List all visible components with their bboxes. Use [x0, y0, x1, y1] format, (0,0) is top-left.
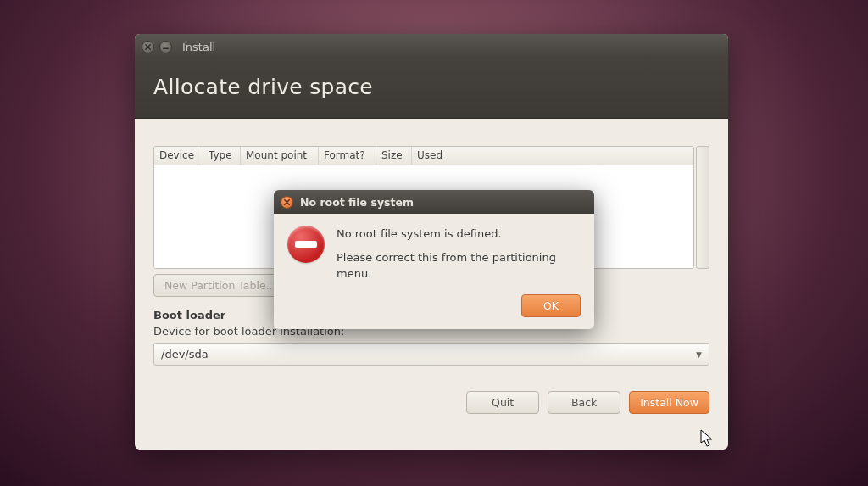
column-size[interactable]: Size — [376, 147, 412, 165]
column-device[interactable]: Device — [154, 147, 203, 165]
column-type[interactable]: Type — [203, 147, 241, 165]
dialog-line1: No root file system is defined. — [337, 226, 581, 243]
footer: Quit Back Install Now — [135, 377, 728, 427]
quit-button[interactable]: Quit — [466, 391, 539, 414]
error-dialog: No root file system No root file system … — [274, 190, 594, 329]
window-title: Install — [182, 41, 215, 53]
dialog-titlebar[interactable]: No root file system — [274, 190, 594, 214]
page-title: Allocate drive space — [153, 75, 709, 99]
ok-button[interactable]: OK — [521, 294, 581, 317]
bootloader-device-select[interactable]: /dev/sda ▼ — [153, 343, 709, 366]
minimize-window-button[interactable] — [159, 41, 172, 53]
new-partition-table-button[interactable]: New Partition Table... — [153, 274, 287, 297]
column-used[interactable]: Used — [412, 147, 693, 165]
dialog-close-button[interactable] — [281, 196, 293, 209]
close-window-button[interactable] — [142, 41, 154, 53]
back-button[interactable]: Back — [548, 391, 620, 414]
bootloader-selected-value: /dev/sda — [161, 348, 209, 360]
partition-table-header: Device Type Mount point Format? Size Use… — [154, 147, 693, 165]
column-format[interactable]: Format? — [319, 147, 376, 165]
close-icon — [144, 43, 152, 51]
error-icon — [287, 226, 325, 263]
install-now-button[interactable]: Install Now — [629, 391, 709, 414]
titlebar[interactable]: Install — [135, 34, 728, 59]
close-icon — [283, 198, 291, 206]
header: Allocate drive space — [135, 59, 728, 119]
vertical-scrollbar[interactable] — [696, 146, 709, 269]
dialog-message: No root file system is defined. Please c… — [337, 226, 581, 282]
column-mountpoint[interactable]: Mount point — [241, 147, 319, 165]
dialog-title: No root file system — [300, 196, 414, 209]
chevron-down-icon: ▼ — [696, 350, 702, 359]
minimize-icon — [162, 43, 170, 51]
dialog-line2: Please correct this from the partitionin… — [337, 249, 581, 282]
